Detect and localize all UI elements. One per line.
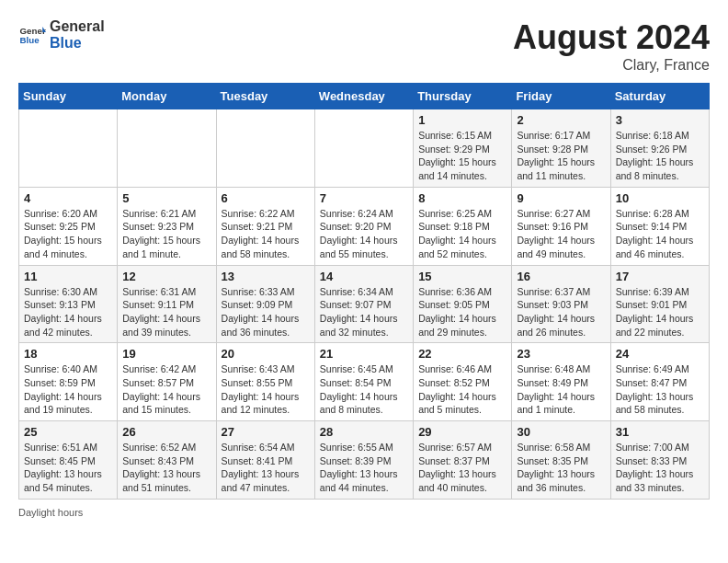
day-info: Sunrise: 6:39 AM Sunset: 9:01 PM Dayligh…: [616, 285, 704, 339]
calendar-cell: 13Sunrise: 6:33 AM Sunset: 9:09 PM Dayli…: [216, 265, 314, 343]
weekday-header-monday: Monday: [118, 84, 216, 109]
weekday-header-sunday: Sunday: [19, 84, 118, 109]
calendar-cell: 20Sunrise: 6:43 AM Sunset: 8:55 PM Dayli…: [216, 343, 314, 421]
calendar-cell: 1Sunrise: 6:15 AM Sunset: 9:29 PM Daylig…: [414, 109, 512, 188]
day-number: 25: [24, 425, 112, 439]
day-info: Sunrise: 6:25 AM Sunset: 9:18 PM Dayligh…: [418, 207, 506, 261]
day-info: Sunrise: 6:58 AM Sunset: 8:35 PM Dayligh…: [517, 441, 605, 495]
day-number: 27: [222, 425, 310, 439]
calendar-cell: 5Sunrise: 6:21 AM Sunset: 9:23 PM Daylig…: [118, 187, 216, 265]
calendar-cell: 10Sunrise: 6:28 AM Sunset: 9:14 PM Dayli…: [610, 187, 709, 265]
day-info: Sunrise: 6:57 AM Sunset: 8:37 PM Dayligh…: [418, 441, 506, 495]
svg-text:Blue: Blue: [20, 35, 40, 45]
day-info: Sunrise: 6:21 AM Sunset: 9:23 PM Dayligh…: [122, 207, 210, 261]
day-number: 20: [222, 347, 310, 361]
calendar-cell: 27Sunrise: 6:54 AM Sunset: 8:41 PM Dayli…: [216, 421, 314, 500]
day-number: 4: [24, 191, 112, 205]
calendar-cell: 31Sunrise: 7:00 AM Sunset: 8:33 PM Dayli…: [610, 421, 709, 500]
day-number: 3: [616, 113, 704, 127]
day-info: Sunrise: 6:51 AM Sunset: 8:45 PM Dayligh…: [24, 441, 112, 495]
svg-text:General: General: [20, 25, 47, 35]
day-info: Sunrise: 6:46 AM Sunset: 8:52 PM Dayligh…: [418, 362, 506, 417]
day-number: 14: [320, 270, 408, 283]
calendar-cell: 19Sunrise: 6:42 AM Sunset: 8:57 PM Dayli…: [118, 343, 216, 421]
day-info: Sunrise: 6:42 AM Sunset: 8:57 PM Dayligh…: [122, 362, 210, 417]
location-subtitle: Clary, France: [513, 57, 710, 74]
day-info: Sunrise: 6:30 AM Sunset: 9:13 PM Dayligh…: [24, 285, 112, 339]
calendar-cell: [314, 109, 413, 188]
day-number: 5: [122, 191, 210, 205]
calendar-cell: 17Sunrise: 6:39 AM Sunset: 9:01 PM Dayli…: [610, 265, 709, 343]
calendar-cell: 14Sunrise: 6:34 AM Sunset: 9:07 PM Dayli…: [314, 265, 413, 343]
calendar-cell: 12Sunrise: 6:31 AM Sunset: 9:11 PM Dayli…: [118, 265, 216, 343]
day-number: 2: [517, 113, 605, 127]
calendar-cell: 30Sunrise: 6:58 AM Sunset: 8:35 PM Dayli…: [512, 421, 610, 500]
calendar-week-row: 18Sunrise: 6:40 AM Sunset: 8:59 PM Dayli…: [19, 343, 710, 421]
day-number: 26: [122, 425, 210, 439]
calendar-cell: 26Sunrise: 6:52 AM Sunset: 8:43 PM Dayli…: [118, 421, 216, 500]
day-number: 13: [222, 270, 310, 283]
calendar-cell: 11Sunrise: 6:30 AM Sunset: 9:13 PM Dayli…: [19, 265, 118, 343]
day-number: 29: [418, 425, 506, 439]
day-info: Sunrise: 6:18 AM Sunset: 9:26 PM Dayligh…: [616, 129, 704, 183]
day-number: 28: [320, 425, 408, 439]
day-info: Sunrise: 6:43 AM Sunset: 8:55 PM Dayligh…: [222, 362, 310, 417]
day-info: Sunrise: 6:45 AM Sunset: 8:54 PM Dayligh…: [320, 362, 408, 417]
calendar-cell: 25Sunrise: 6:51 AM Sunset: 8:45 PM Dayli…: [19, 421, 118, 500]
day-number: 18: [24, 347, 112, 361]
calendar-week-row: 25Sunrise: 6:51 AM Sunset: 8:45 PM Dayli…: [19, 421, 710, 500]
day-info: Sunrise: 6:49 AM Sunset: 8:47 PM Dayligh…: [616, 362, 704, 417]
day-number: 10: [616, 191, 704, 205]
calendar-cell: 16Sunrise: 6:37 AM Sunset: 9:03 PM Dayli…: [512, 265, 610, 343]
calendar-cell: [19, 109, 118, 188]
page-header: General Blue General Blue August 2024 Cl…: [18, 18, 710, 74]
day-info: Sunrise: 6:52 AM Sunset: 8:43 PM Dayligh…: [122, 441, 210, 495]
calendar-cell: 6Sunrise: 6:22 AM Sunset: 9:21 PM Daylig…: [216, 187, 314, 265]
day-info: Sunrise: 6:48 AM Sunset: 8:49 PM Dayligh…: [517, 362, 605, 417]
day-number: 31: [616, 425, 704, 439]
day-info: Sunrise: 6:34 AM Sunset: 9:07 PM Dayligh…: [320, 285, 408, 339]
calendar-week-row: 11Sunrise: 6:30 AM Sunset: 9:13 PM Dayli…: [19, 265, 710, 343]
day-info: Sunrise: 6:20 AM Sunset: 9:25 PM Dayligh…: [24, 207, 112, 261]
weekday-header-row: SundayMondayTuesdayWednesdayThursdayFrid…: [19, 84, 710, 109]
day-number: 12: [122, 270, 210, 283]
day-number: 1: [418, 113, 506, 127]
weekday-header-friday: Friday: [512, 84, 610, 109]
calendar-cell: 29Sunrise: 6:57 AM Sunset: 8:37 PM Dayli…: [414, 421, 512, 500]
calendar-cell: 15Sunrise: 6:36 AM Sunset: 9:05 PM Dayli…: [414, 265, 512, 343]
weekday-header-tuesday: Tuesday: [216, 84, 314, 109]
day-info: Sunrise: 6:27 AM Sunset: 9:16 PM Dayligh…: [517, 207, 605, 261]
day-info: Sunrise: 6:17 AM Sunset: 9:28 PM Dayligh…: [517, 129, 605, 183]
calendar-table: SundayMondayTuesdayWednesdayThursdayFrid…: [18, 83, 710, 500]
day-number: 23: [517, 347, 605, 361]
day-info: Sunrise: 6:28 AM Sunset: 9:14 PM Dayligh…: [616, 207, 704, 261]
calendar-cell: 28Sunrise: 6:55 AM Sunset: 8:39 PM Dayli…: [314, 421, 413, 500]
day-info: Sunrise: 6:37 AM Sunset: 9:03 PM Dayligh…: [517, 285, 605, 339]
calendar-cell: 3Sunrise: 6:18 AM Sunset: 9:26 PM Daylig…: [610, 109, 709, 188]
day-number: 6: [222, 191, 310, 205]
calendar-week-row: 1Sunrise: 6:15 AM Sunset: 9:29 PM Daylig…: [19, 109, 710, 188]
calendar-cell: 2Sunrise: 6:17 AM Sunset: 9:28 PM Daylig…: [512, 109, 610, 188]
day-info: Sunrise: 6:15 AM Sunset: 9:29 PM Dayligh…: [418, 129, 506, 183]
calendar-cell: 7Sunrise: 6:24 AM Sunset: 9:20 PM Daylig…: [314, 187, 413, 265]
calendar-cell: 22Sunrise: 6:46 AM Sunset: 8:52 PM Dayli…: [414, 343, 512, 421]
calendar-cell: [118, 109, 216, 188]
logo: General Blue General Blue: [18, 18, 105, 51]
logo-icon: General Blue: [18, 21, 46, 49]
day-info: Sunrise: 6:24 AM Sunset: 9:20 PM Dayligh…: [320, 207, 408, 261]
day-number: 30: [517, 425, 605, 439]
day-info: Sunrise: 6:55 AM Sunset: 8:39 PM Dayligh…: [320, 441, 408, 495]
day-info: Sunrise: 6:31 AM Sunset: 9:11 PM Dayligh…: [122, 285, 210, 339]
calendar-cell: [216, 109, 314, 188]
day-number: 11: [24, 270, 112, 283]
day-number: 8: [418, 191, 506, 205]
day-number: 16: [517, 270, 605, 283]
calendar-cell: 23Sunrise: 6:48 AM Sunset: 8:49 PM Dayli…: [512, 343, 610, 421]
day-number: 17: [616, 270, 704, 283]
weekday-header-wednesday: Wednesday: [314, 84, 413, 109]
title-section: August 2024 Clary, France: [513, 18, 710, 74]
day-info: Sunrise: 6:33 AM Sunset: 9:09 PM Dayligh…: [222, 285, 310, 339]
footer-daylight-label: Daylight hours: [18, 507, 710, 518]
calendar-cell: 18Sunrise: 6:40 AM Sunset: 8:59 PM Dayli…: [19, 343, 118, 421]
day-info: Sunrise: 6:54 AM Sunset: 8:41 PM Dayligh…: [222, 441, 310, 495]
